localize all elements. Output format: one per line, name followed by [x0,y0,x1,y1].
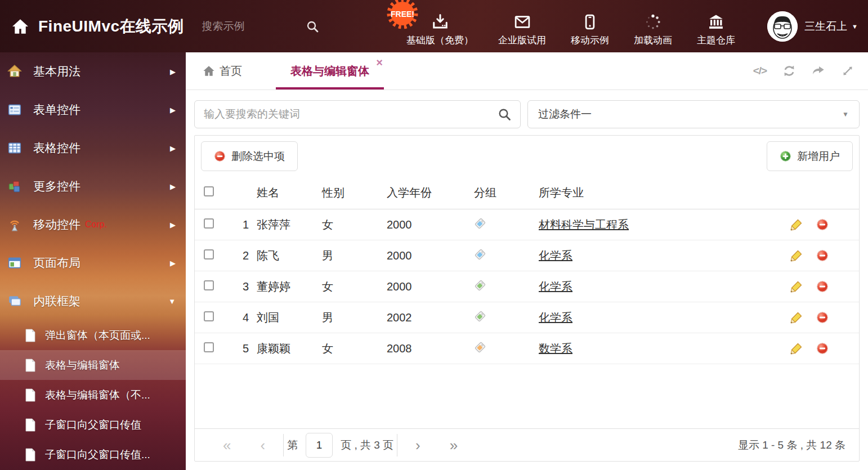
sidebar-item-page-layout[interactable]: 页面布局 ▶ [0,244,186,282]
page-number-input[interactable] [306,433,333,458]
cell-name: 刘国 [249,310,321,325]
nav-label: 基础版（免费） [406,34,473,47]
delete-row-icon[interactable] [816,342,829,355]
tab-toolbar: </> [752,52,856,89]
row-checkbox[interactable] [204,249,214,259]
tab-close-icon[interactable]: × [376,57,383,68]
maximize-icon[interactable] [840,63,856,79]
tab-home[interactable]: 首页 [203,64,242,79]
sidebar-item-basic-usage[interactable]: 基本用法 ▶ [0,52,186,91]
sidebar-item-label: 移动控件 [33,217,80,232]
caret-right-icon: ▶ [170,144,176,153]
row-checkbox[interactable] [204,342,214,352]
top-header: FineUIMvc在线示例 FREE! 基础版（免费） [0,0,868,52]
sidebar-item-label: 表单控件 [33,102,80,118]
col-header-name: 姓名 [249,185,321,200]
sidebar-item-grid-controls[interactable]: 表格控件 ▶ [0,129,186,167]
tab-home-label: 首页 [220,64,242,79]
tag-icon [474,310,486,323]
edit-pencil-icon[interactable] [790,311,803,324]
view-source-icon[interactable]: </> [752,63,768,79]
mail-icon [514,14,531,30]
grid-toolbar: 删除选中项 新增用户 [195,136,859,177]
row-checkbox[interactable] [204,311,214,321]
filter-dropdown-value: 过滤条件一 [538,107,842,122]
user-area: 三生石上 ▼ [767,0,858,52]
caret-right-icon: ▶ [170,182,176,191]
last-page-button[interactable]: » [435,438,472,453]
edit-pencil-icon[interactable] [790,342,803,355]
first-page-button[interactable]: « [208,438,245,453]
sidebar-item-label: 更多控件 [33,178,80,194]
file-icon [25,388,36,402]
sidebar-subitem-child-to-parent-2[interactable]: 子窗口向父窗口传值... [0,440,186,469]
row-checkbox[interactable] [204,218,214,229]
layout-icon [7,256,22,270]
nav-theme-store[interactable]: 主题仓库 [697,14,735,47]
sidebar-subitem-grid-edit-window-2[interactable]: 表格与编辑窗体（不... [0,380,186,410]
major-link[interactable]: 化学系 [539,280,572,293]
header-search-icon[interactable] [306,20,319,33]
header-search-input[interactable] [202,20,298,33]
caret-right-icon: ▶ [170,68,176,76]
major-link[interactable]: 材料科学与工程系 [539,218,629,231]
keyword-search-input[interactable] [204,108,498,120]
brand-home-icon[interactable] [11,17,29,35]
search-icon[interactable] [498,108,511,121]
app-root: FineUIMvc在线示例 FREE! 基础版（免费） [0,0,868,470]
delete-row-icon[interactable] [816,311,829,324]
delete-selected-button[interactable]: 删除选中项 [201,141,298,171]
share-icon[interactable] [811,63,826,79]
app-title[interactable]: FineUIMvc在线示例 [38,16,184,37]
username-menu[interactable]: 三生石上 ▼ [804,19,858,34]
delete-row-icon[interactable] [816,280,829,293]
sidebar-item-mobile-controls[interactable]: 移动控件 Corp. ▶ [0,205,186,244]
username-label: 三生石上 [804,19,847,34]
sidebar-subitem-child-to-parent[interactable]: 子窗口向父窗口传值 [0,410,186,440]
table-row: 4 刘国 男 2002 化学系 [195,302,859,333]
avatar[interactable] [767,11,798,42]
edit-pencil-icon[interactable] [790,218,803,231]
edit-pencil-icon[interactable] [790,249,803,262]
sidebar-item-form-controls[interactable]: 表单控件 ▶ [0,91,186,129]
cell-name: 康颖颖 [249,341,321,356]
table-row: 2 陈飞 男 2000 化学系 [195,240,859,271]
nav-enterprise-trial[interactable]: 企业版试用 [498,14,546,47]
cell-year: 2008 [386,342,473,355]
tag-icon [474,279,486,292]
next-page-button[interactable]: › [401,438,435,453]
caret-right-icon: ▶ [170,106,176,114]
refresh-icon[interactable] [781,63,797,79]
select-all-checkbox[interactable] [204,186,214,196]
sidebar-subitem-popup-window[interactable]: 弹出窗体（本页面或... [0,320,186,350]
add-button-label: 新增用户 [797,149,840,164]
cell-name: 陈飞 [249,248,321,263]
nav-mobile-demo[interactable]: 移动示例 [571,14,609,47]
edit-pencil-icon[interactable] [790,280,803,293]
cell-year: 2000 [386,218,473,231]
major-link[interactable]: 化学系 [539,311,572,324]
tab-bar: 首页 表格与编辑窗体 × </> [186,52,868,90]
sidebar-item-more-controls[interactable]: 更多控件 ▶ [0,167,186,205]
dropdown-caret-icon: ▼ [842,110,849,118]
sidebar-subitem-grid-edit-window[interactable]: 表格与编辑窗体 [0,350,186,380]
sidebar-item-iframe[interactable]: 内联框架 ▼ [0,282,186,320]
nav-label: 企业版试用 [498,34,546,47]
cell-name: 张萍萍 [249,217,321,232]
delete-row-icon[interactable] [816,218,829,231]
nav-loading-animation[interactable]: 加载动画 [634,14,672,47]
phone-icon [581,14,598,30]
nav-basic-edition[interactable]: 基础版（免费） [406,14,473,47]
main-content: 首页 表格与编辑窗体 × </> [186,52,868,470]
major-link[interactable]: 数学系 [539,342,572,355]
add-user-button[interactable]: 新增用户 [767,141,853,171]
prev-page-button[interactable]: ‹ [245,438,280,453]
row-checkbox[interactable] [204,280,214,290]
sidebar-item-label: 表格控件 [33,140,80,156]
user-caret-down-icon: ▼ [852,23,858,30]
filter-dropdown[interactable]: 过滤条件一 ▼ [527,100,860,128]
tab-grid-edit-window[interactable]: 表格与编辑窗体 × [276,52,384,89]
sidebar-subitem-label: 弹出窗体（本页面或... [45,328,150,343]
major-link[interactable]: 化学系 [539,249,572,262]
delete-row-icon[interactable] [816,249,829,262]
